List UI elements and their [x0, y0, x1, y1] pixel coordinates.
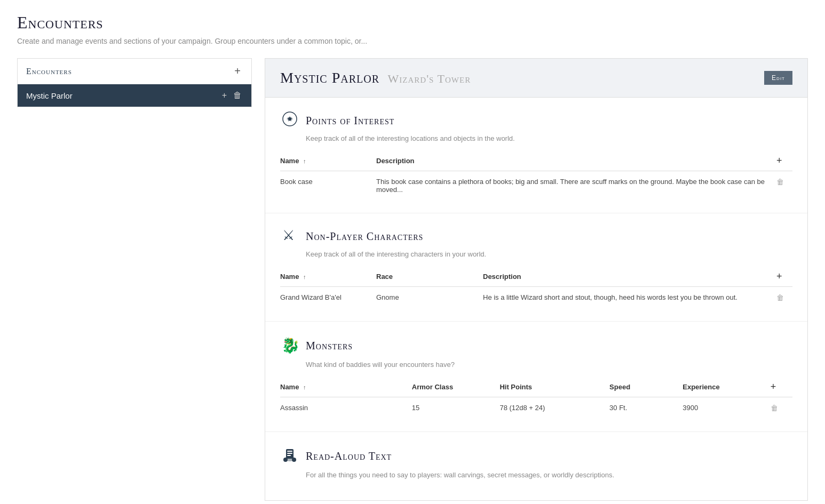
table-row: Grand Wizard B'a'el Gnome He is a little…: [280, 287, 792, 309]
monsters-col-exp: Experience: [683, 377, 771, 397]
monsters-add-button[interactable]: +: [771, 381, 776, 393]
sidebar-header: Encounters +: [18, 59, 251, 84]
npc-title: Non-Player Characters: [306, 230, 423, 243]
poi-row-description: This book case contains a plethora of bo…: [376, 171, 776, 201]
sidebar-item-add-button[interactable]: +: [221, 91, 228, 100]
monsters-col-hp: Hit Points: [499, 377, 609, 397]
npc-col-race: Race: [376, 267, 483, 287]
monsters-row-hp: 78 (12d8 + 24): [499, 397, 609, 419]
monsters-title: Monsters: [306, 340, 353, 352]
delete-icon[interactable]: 🗑: [776, 178, 784, 186]
monsters-icon: 🐉: [280, 334, 299, 357]
sidebar: Encounters + Mystic Parlor + 🗑: [17, 58, 252, 107]
delete-icon[interactable]: 🗑: [771, 404, 778, 412]
npc-row-name: Grand Wizard B'a'el: [280, 287, 376, 309]
sort-icon: ↑: [303, 158, 306, 164]
monsters-col-speed: Speed: [609, 377, 683, 397]
edit-button[interactable]: Edit: [764, 71, 792, 85]
npc-icon: ⚔: [280, 226, 299, 247]
section-npc: ⚔ Non-Player Characters Keep track of al…: [265, 213, 807, 322]
poi-col-description: Description: [376, 151, 776, 171]
poi-add-header: +: [776, 151, 792, 171]
sort-icon: ↑: [303, 274, 306, 280]
sort-icon: ↑: [303, 384, 306, 390]
section-read-aloud: Read-Aloud Text For all the things you n…: [265, 432, 807, 500]
npc-col-description: Description: [483, 267, 776, 287]
content-subtitle: Wizard's Tower: [388, 72, 471, 85]
page-title: Encounters: [17, 13, 808, 33]
section-header-monsters: 🐉 Monsters: [280, 334, 792, 357]
section-monsters: 🐉 Monsters What kind of baddies will you…: [265, 322, 807, 432]
poi-table: Name ↑ Description +: [280, 151, 792, 200]
section-header-npc: ⚔ Non-Player Characters: [280, 226, 792, 247]
monsters-row-delete: 🗑: [771, 397, 792, 419]
monsters-row-speed: 30 Ft.: [609, 397, 683, 419]
svg-text:⚔: ⚔: [282, 228, 295, 243]
svg-rect-6: [287, 451, 292, 452]
content-header-titles: Mystic Parlor Wizard's Tower: [280, 69, 471, 86]
npc-row-delete: 🗑: [776, 287, 792, 309]
poi-row-delete: 🗑: [776, 171, 792, 201]
read-aloud-icon: [280, 445, 299, 468]
read-aloud-description: For all the things you need to say to pl…: [306, 471, 792, 479]
content-title: Mystic Parlor: [280, 69, 379, 86]
svg-point-10: [292, 458, 296, 462]
npc-row-description: He is a little Wizard short and stout, t…: [483, 287, 776, 309]
monsters-col-armor: Armor Class: [412, 377, 500, 397]
monsters-row-armor: 15: [412, 397, 500, 419]
monsters-col-name: Name ↑: [280, 377, 412, 397]
poi-col-name: Name ↑: [280, 151, 376, 171]
poi-row-name: Book case: [280, 171, 376, 201]
content-header: Mystic Parlor Wizard's Tower Edit: [265, 59, 807, 98]
poi-icon: [280, 110, 299, 131]
npc-table: Name ↑ Race Description +: [280, 267, 792, 308]
npc-description: Keep track of all of the interesting cha…: [306, 250, 792, 258]
svg-rect-7: [287, 453, 292, 454]
npc-add-header: +: [776, 267, 792, 287]
page-subtitle: Create and manage events and sections of…: [17, 37, 808, 45]
table-row: Assassin 15 78 (12d8 + 24) 30 Ft. 3900 🗑: [280, 397, 792, 419]
sidebar-item-mystic-parlor[interactable]: Mystic Parlor + 🗑: [18, 84, 251, 107]
table-row: Book case This book case contains a plet…: [280, 171, 792, 201]
npc-col-name: Name ↑: [280, 267, 376, 287]
svg-point-9: [283, 458, 288, 462]
section-header-poi: Points of Interest: [280, 110, 792, 131]
sidebar-item-label: Mystic Parlor: [26, 91, 73, 100]
sidebar-add-button[interactable]: +: [232, 65, 243, 77]
delete-icon[interactable]: 🗑: [776, 293, 784, 302]
monsters-table: Name ↑ Armor Class Hit Points Speed Expe…: [280, 377, 792, 419]
section-points-of-interest: Points of Interest Keep track of all of …: [265, 98, 807, 213]
npc-row-race: Gnome: [376, 287, 483, 309]
monsters-description: What kind of baddies will your encounter…: [306, 361, 792, 369]
sidebar-header-title: Encounters: [26, 67, 72, 76]
sidebar-item-actions: + 🗑: [221, 91, 243, 100]
section-header-read-aloud: Read-Aloud Text: [280, 445, 792, 468]
npc-add-button[interactable]: +: [776, 271, 782, 282]
read-aloud-title: Read-Aloud Text: [306, 450, 392, 462]
monsters-row-exp: 3900: [683, 397, 771, 419]
poi-description: Keep track of all of the interesting loc…: [306, 134, 792, 142]
svg-rect-8: [287, 455, 291, 456]
content-panel: Mystic Parlor Wizard's Tower Edit: [265, 58, 808, 501]
poi-title: Points of Interest: [306, 115, 394, 127]
monsters-add-header: +: [771, 377, 792, 397]
sidebar-item-delete-button[interactable]: 🗑: [232, 91, 243, 100]
monsters-row-name: Assassin: [280, 397, 412, 419]
svg-text:🐉: 🐉: [281, 337, 299, 354]
poi-add-button[interactable]: +: [776, 155, 782, 166]
